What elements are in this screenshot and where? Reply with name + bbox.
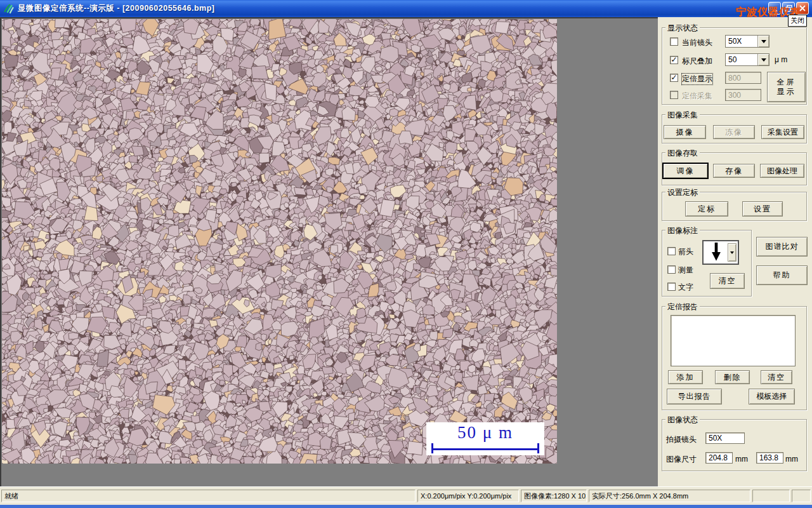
ruler-value: 50 <box>726 54 757 65</box>
status-ready: 就绪 <box>1 490 416 502</box>
current-lens-combobox[interactable]: 50X <box>725 35 769 48</box>
freeze-button: 冻像 <box>713 125 755 139</box>
ruler-unit-label: μ m <box>775 55 787 64</box>
scale-bar-line <box>433 448 538 450</box>
group-image-capture-label: 图像采集 <box>665 110 700 121</box>
current-lens-value: 50X <box>726 36 757 47</box>
scale-bar-overlay: 50 μ m <box>426 422 544 455</box>
calibrate-button[interactable]: 定标 <box>685 201 728 217</box>
group-calibration-label: 设置定标 <box>665 187 700 198</box>
measure-annotation-checkbox[interactable] <box>667 265 676 274</box>
micrograph-image[interactable] <box>2 19 557 464</box>
app-icon <box>3 3 14 14</box>
group-annotation-label: 图像标注 <box>665 225 700 236</box>
fixed-capture-label: 定倍采集 <box>682 91 712 102</box>
fixed-display-label: 定倍显示 <box>682 74 712 84</box>
lens-used-field: 50X <box>705 432 745 444</box>
help-button[interactable]: 帮助 <box>756 265 808 285</box>
app-window: 显微图像定倍系统--演示版 - [20090602055646.bmp] 宁波仪… <box>0 0 812 508</box>
status-image-pixels: 图像像素:1280 X 1024 <box>521 490 587 502</box>
calibration-setup-button[interactable]: 设置 <box>742 201 783 217</box>
scale-bar-tick-right <box>537 443 539 453</box>
scale-bar-label: 50 μ m <box>426 423 544 443</box>
group-image-storage-label: 图像存取 <box>665 148 700 159</box>
current-lens-dropdown-button[interactable] <box>757 36 769 47</box>
report-delete-button[interactable]: 删除 <box>715 370 750 384</box>
current-lens-label: 当前镜头 <box>682 37 712 48</box>
group-calibration: 设置定标 <box>662 192 807 221</box>
report-clear-button[interactable]: 清空 <box>761 370 792 384</box>
report-template-button[interactable]: 模板选择 <box>749 389 795 404</box>
scale-bar-tick-left <box>431 443 433 453</box>
ruler-value-combobox[interactable]: 50 <box>725 53 769 66</box>
load-image-button[interactable]: 调像 <box>663 163 708 178</box>
title-bar: 显微图像定倍系统--演示版 - [20090602055646.bmp] <box>0 0 812 17</box>
bottom-edge-strip <box>0 505 812 508</box>
fixed-capture-checkbox <box>670 91 678 99</box>
fullscreen-button-line1: 全屏 <box>777 77 796 87</box>
close-tooltip: 关闭 <box>788 15 807 27</box>
image-width-unit: mm <box>735 455 748 464</box>
group-display-status-label: 显示状态 <box>665 23 700 34</box>
status-actual-size: 实际尺寸:256.0mm X 204.8mm <box>589 490 750 502</box>
status-bar: 就绪 X:0.200μm/pix Y:0.200μm/pix 图像像素:1280… <box>0 486 812 505</box>
ruler-overlay-checkbox[interactable] <box>670 56 678 64</box>
atlas-compare-button[interactable]: 图谱比对 <box>756 237 808 257</box>
ruler-overlay-label: 标尺叠加 <box>682 56 712 67</box>
status-pixel-scale: X:0.200μm/pix Y:0.200μm/pix <box>417 490 519 502</box>
fixed-display-value-field: 800 <box>725 72 761 84</box>
image-height-unit: mm <box>785 455 798 464</box>
dropdown-arrow-icon <box>761 58 766 64</box>
image-process-button[interactable]: 图像处理 <box>760 164 804 178</box>
group-image-status-label: 图像状态 <box>665 415 700 425</box>
current-lens-checkbox[interactable] <box>670 37 678 46</box>
arrow-annotation-checkbox[interactable] <box>667 247 676 255</box>
lens-used-label: 拍摄镜头 <box>666 434 697 445</box>
arrow-style-dropdown-button[interactable] <box>728 243 737 262</box>
report-add-button[interactable]: 添加 <box>668 370 703 384</box>
image-height-field: 163.8 <box>756 452 783 464</box>
report-listbox[interactable] <box>671 315 796 366</box>
fullscreen-button[interactable]: 全屏 显示 <box>767 72 806 102</box>
text-annotation-checkbox[interactable] <box>667 283 676 291</box>
ruler-dropdown-button[interactable] <box>757 54 769 65</box>
report-export-button[interactable]: 导出报告 <box>667 389 722 404</box>
save-image-button[interactable]: 存像 <box>713 164 755 178</box>
arrow-style-combobox[interactable] <box>702 240 739 265</box>
fixed-capture-value-field: 300 <box>725 89 761 101</box>
dropdown-arrow-icon <box>730 251 734 256</box>
shoot-button[interactable]: 摄像 <box>664 125 706 139</box>
window-title: 显微图像定倍系统--演示版 - [20090602055646.bmp] <box>18 3 214 14</box>
image-width-field: 204.8 <box>705 452 733 464</box>
annotation-clear-button[interactable]: 清空 <box>710 273 745 289</box>
text-annotation-label: 文字 <box>678 282 693 293</box>
dropdown-arrow-icon <box>761 40 766 46</box>
group-report-label: 定倍报告 <box>665 302 700 312</box>
arrow-annotation-label: 箭头 <box>678 246 693 257</box>
down-arrow-icon <box>709 243 724 262</box>
capture-settings-button[interactable]: 采集设置 <box>761 125 804 139</box>
measure-annotation-label: 测量 <box>678 265 693 276</box>
fixed-display-checkbox[interactable] <box>670 74 678 82</box>
fullscreen-button-line2: 显示 <box>777 87 796 97</box>
image-size-label: 图像尺寸 <box>666 454 697 465</box>
status-spare-2 <box>792 490 811 502</box>
status-spare-1 <box>752 490 790 502</box>
